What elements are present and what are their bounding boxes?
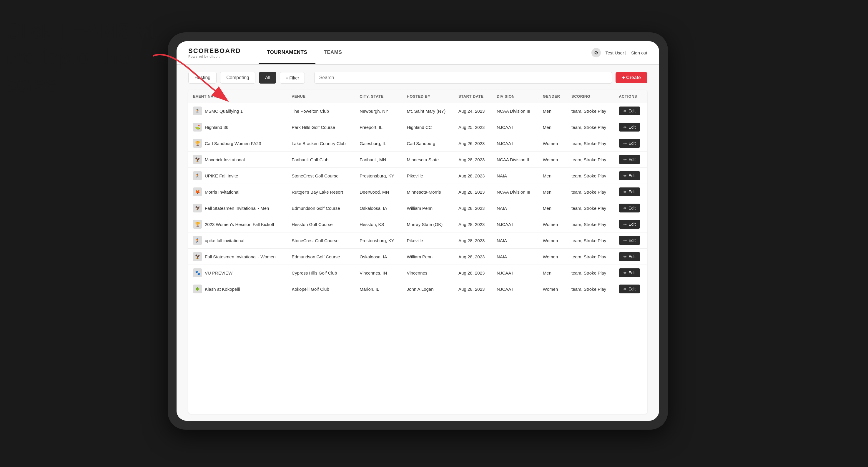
col-venue: VENUE xyxy=(287,90,355,103)
event-name-text: Highland 36 xyxy=(205,125,228,130)
search-input[interactable] xyxy=(314,72,612,84)
cell-city-state: Freeport, IL xyxy=(355,119,402,135)
cell-scoring: team, Stroke Play xyxy=(567,216,614,232)
event-name-text: Morris Invitational xyxy=(205,189,240,194)
tournaments-table: EVENT NAME VENUE CITY, STATE HOSTED BY S… xyxy=(188,90,647,297)
cell-hosted-by: Minnesota-Morris xyxy=(402,184,454,200)
team-icon: 🦅 xyxy=(193,155,202,164)
cell-event-name: 🦅 Maverick Invitational xyxy=(188,152,287,168)
all-filter-button[interactable]: All xyxy=(259,72,277,84)
cell-division: NAIA xyxy=(492,249,538,265)
table-row: 🌵 Klash at Kokopelli Kokopelli Golf Club… xyxy=(188,281,647,297)
cell-event-name: ⛳ Highland 36 xyxy=(188,119,287,135)
cell-scoring: team, Stroke Play xyxy=(567,200,614,216)
cell-actions: Edit xyxy=(614,249,647,265)
event-name-text: Klash at Kokopelli xyxy=(205,287,240,291)
cell-actions: Edit xyxy=(614,152,647,168)
edit-button[interactable]: Edit xyxy=(619,187,640,196)
filter-options-button[interactable]: ≡ Filter xyxy=(280,72,305,84)
cell-actions: Edit xyxy=(614,200,647,216)
team-icon: ⛳ xyxy=(193,123,202,131)
settings-icon[interactable]: ⚙ xyxy=(591,48,601,57)
edit-button[interactable]: Edit xyxy=(619,285,640,293)
nav-tabs: TOURNAMENTS TEAMS xyxy=(259,41,591,64)
cell-venue: Faribault Golf Club xyxy=(287,152,355,168)
cell-city-state: Galesburg, IL xyxy=(355,135,402,152)
team-icon: 🦅 xyxy=(193,252,202,261)
team-icon: 🏌 xyxy=(193,236,202,245)
sign-out-link[interactable]: Sign out xyxy=(631,50,647,55)
cell-actions: Edit xyxy=(614,103,647,119)
cell-event-name: 🏆 Carl Sandburg Women FA23 xyxy=(188,135,287,152)
tab-teams[interactable]: TEAMS xyxy=(315,41,350,64)
col-hosted-by: HOSTED BY xyxy=(402,90,454,103)
cell-hosted-by: Pikeville xyxy=(402,168,454,184)
cell-start-date: Aug 28, 2023 xyxy=(454,168,492,184)
edit-button[interactable]: Edit xyxy=(619,171,640,180)
cell-actions: Edit xyxy=(614,119,647,135)
table-row: 🏌 UPIKE Fall Invite StoneCrest Golf Cour… xyxy=(188,168,647,184)
cell-city-state: Faribault, MN xyxy=(355,152,402,168)
cell-hosted-by: William Penn xyxy=(402,249,454,265)
cell-division: NCAA Division III xyxy=(492,184,538,200)
cell-venue: Cypress Hills Golf Club xyxy=(287,265,355,281)
cell-hosted-by: Pikeville xyxy=(402,232,454,249)
content-area: Hosting Competing All ≡ Filter + Create … xyxy=(177,65,659,421)
cell-scoring: team, Stroke Play xyxy=(567,184,614,200)
header-right: ⚙ Test User | Sign out xyxy=(591,48,647,57)
table-row: 🏆 2023 Women's Hesston Fall Kickoff Hess… xyxy=(188,216,647,232)
cell-event-name: 🏆 2023 Women's Hesston Fall Kickoff xyxy=(188,216,287,232)
cell-city-state: Prestonsburg, KY xyxy=(355,168,402,184)
cell-venue: Hesston Golf Course xyxy=(287,216,355,232)
cell-division: NJCAA I xyxy=(492,119,538,135)
table-row: ⛳ Highland 36 Park Hills Golf Course Fre… xyxy=(188,119,647,135)
cell-city-state: Oskaloosa, IA xyxy=(355,200,402,216)
cell-actions: Edit xyxy=(614,135,647,152)
cell-gender: Women xyxy=(538,249,567,265)
edit-button[interactable]: Edit xyxy=(619,252,640,261)
cell-city-state: Prestonsburg, KY xyxy=(355,232,402,249)
cell-start-date: Aug 28, 2023 xyxy=(454,232,492,249)
edit-button[interactable]: Edit xyxy=(619,123,640,131)
col-city-state: CITY, STATE xyxy=(355,90,402,103)
edit-button[interactable]: Edit xyxy=(619,155,640,164)
cell-event-name: 🏌 UPIKE Fall Invite xyxy=(188,168,287,184)
edit-button[interactable]: Edit xyxy=(619,139,640,148)
edit-button[interactable]: Edit xyxy=(619,204,640,213)
cell-start-date: Aug 24, 2023 xyxy=(454,103,492,119)
table-row: 🦅 Fall Statesmen Invitational - Women Ed… xyxy=(188,249,647,265)
event-name-text: Carl Sandburg Women FA23 xyxy=(205,141,261,146)
tablet-screen: SCOREBOARD Powered by clippit TOURNAMENT… xyxy=(177,41,659,421)
edit-button[interactable]: Edit xyxy=(619,236,640,245)
cell-actions: Edit xyxy=(614,168,647,184)
cell-hosted-by: Murray State (OK) xyxy=(402,216,454,232)
event-name-text: Fall Statesmen Invitational - Men xyxy=(205,206,269,211)
col-actions: ACTIONS xyxy=(614,90,647,103)
user-info: Test User | xyxy=(606,50,626,55)
cell-scoring: team, Stroke Play xyxy=(567,265,614,281)
edit-button[interactable]: Edit xyxy=(619,220,640,229)
cell-venue: Ruttger's Bay Lake Resort xyxy=(287,184,355,200)
cell-division: NCAA Division III xyxy=(492,103,538,119)
team-icon: 🦅 xyxy=(193,204,202,213)
edit-button[interactable]: Edit xyxy=(619,106,640,115)
cell-hosted-by: Highland CC xyxy=(402,119,454,135)
cell-scoring: team, Stroke Play xyxy=(567,168,614,184)
col-gender: GENDER xyxy=(538,90,567,103)
cell-start-date: Aug 28, 2023 xyxy=(454,281,492,297)
cell-actions: Edit xyxy=(614,265,647,281)
cell-gender: Men xyxy=(538,265,567,281)
create-button[interactable]: + Create xyxy=(616,72,647,83)
cell-gender: Men xyxy=(538,184,567,200)
cell-division: NJCAA II xyxy=(492,216,538,232)
edit-button[interactable]: Edit xyxy=(619,268,640,277)
cell-venue: The Powelton Club xyxy=(287,103,355,119)
team-icon: 🏆 xyxy=(193,220,202,229)
cell-gender: Women xyxy=(538,281,567,297)
cell-gender: Men xyxy=(538,168,567,184)
event-name-text: Fall Statesmen Invitational - Women xyxy=(205,254,276,259)
cell-actions: Edit xyxy=(614,281,647,297)
cell-start-date: Aug 28, 2023 xyxy=(454,249,492,265)
tab-tournaments[interactable]: TOURNAMENTS xyxy=(259,41,315,64)
cell-division: NJCAA I xyxy=(492,135,538,152)
